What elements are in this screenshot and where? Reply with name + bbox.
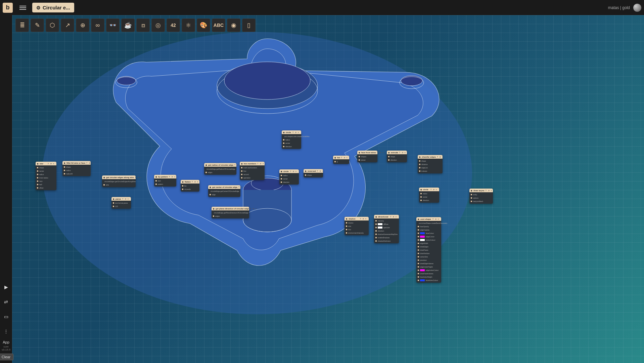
node-port-row[interactable]: shape	[388, 155, 406, 158]
node-port-row[interactable]: inner-radius	[37, 176, 55, 179]
node-bypattern[interactable]: ◈by pattern?⟳×itempattern	[154, 175, 176, 187]
node-port-row[interactable]: indexes	[419, 170, 441, 172]
node-port-row[interactable]: radiusAll	[64, 172, 89, 175]
node-header[interactable]: ◈star?⟳×	[36, 162, 56, 165]
menu-icon[interactable]	[19, 6, 26, 10]
node-circle2[interactable]: ◈circle?⟳×radiuscenterdirection	[279, 169, 299, 185]
swap-icon[interactable]: ⇄	[2, 298, 10, 306]
node-port-row[interactable]: circularEdge.getRadiusOfCircularEdge	[205, 168, 235, 170]
cup-icon[interactable]: ☕	[121, 18, 135, 32]
app-logo[interactable]: b	[3, 3, 13, 13]
node-port-row[interactable]: edgeIndexColour	[418, 269, 440, 272]
node-port-row[interactable]: nrLevels	[182, 188, 198, 191]
node-directional[interactable]: ◈directional?⟳×intensitydiffusespeculard…	[374, 215, 399, 243]
node-port-row[interactable]: center	[281, 177, 297, 180]
node-parse[interactable]: ◈parse?⟳×text.format.parse123	[111, 197, 131, 209]
node-port-row[interactable]: shape	[37, 166, 55, 169]
node-port-row[interactable]: shape	[64, 166, 89, 168]
node-port-row[interactable]: enableShadows	[375, 236, 398, 239]
node-port-row[interactable]: item	[155, 179, 175, 182]
project-title-button[interactable]: Circular e...	[32, 3, 74, 12]
node-header[interactable]: ◈chamfer edges?⟳×	[418, 155, 443, 159]
node-port-row[interactable]: list	[182, 185, 198, 187]
node-port-row[interactable]: direction	[283, 145, 300, 148]
node-port-row[interactable]: skybox	[346, 221, 367, 224]
node-port-row[interactable]: blur	[346, 228, 367, 231]
node-port-row[interactable]: direction	[388, 159, 406, 161]
dice-icon[interactable]: ⧈	[136, 18, 150, 32]
node-port-row[interactable]: edge	[210, 193, 239, 196]
node-port-row[interactable]: center	[420, 196, 438, 198]
node-port-row[interactable]: edgeIndexHeight	[418, 266, 440, 268]
node-port-row[interactable]: shapes	[359, 155, 376, 158]
node-port-row[interactable]: center	[37, 170, 55, 172]
user-label[interactable]: matas | gold	[608, 5, 630, 10]
node-header[interactable]: ◈get center of circular edge?⟳×	[208, 185, 240, 189]
node-port-row[interactable]: faceOpacity	[418, 225, 440, 228]
node-header[interactable]: ◈get plane direction of circular edge?⟳×	[212, 207, 249, 210]
node-port-row[interactable]: specular	[375, 226, 398, 229]
node-port-row[interactable]: shape	[419, 160, 441, 162]
glasses-icon[interactable]: 👓	[106, 18, 120, 32]
node-header[interactable]: ◈list?⟳×	[333, 156, 349, 159]
node-port-row[interactable]: circularEdge.getCenterOfCircularEdge	[210, 190, 239, 193]
node-port-row[interactable]: planar	[359, 159, 376, 161]
node-header[interactable]: ◈draw async?⟳×	[469, 189, 493, 192]
more-icon[interactable]: ⋮	[2, 327, 10, 335]
node-port-row[interactable]: vertexSize	[418, 255, 440, 258]
list-icon[interactable]: ≣	[15, 18, 29, 32]
node-header[interactable]: ◈reversed?⟳×	[304, 169, 323, 173]
node-header[interactable]: ◈extrude?⟳×	[387, 151, 407, 154]
node-port-row[interactable]: drawVertices	[418, 252, 440, 255]
node-port-row[interactable]: faceIndexHeight	[418, 276, 440, 278]
node-getcirc[interactable]: ◈get circular edges along wire?⟳×circula…	[102, 175, 136, 187]
infinity-icon[interactable]: ∞	[91, 18, 104, 32]
node-getplane[interactable]: ◈get plane direction of circular edge?⟳×…	[212, 207, 249, 218]
node-port-row[interactable]: edgeOpacity	[418, 229, 440, 231]
node-fillet[interactable]: ◈fillet 2d wire or face?⟳×shaperadiusrad…	[62, 161, 91, 176]
node-header[interactable]: ◈get circular edges along wire?⟳×	[102, 175, 136, 179]
node-header[interactable]: ◈flatten?⟳×	[181, 180, 199, 184]
node-port-row[interactable]: radius	[37, 173, 55, 176]
node-port-row[interactable]: shadowDarkness	[375, 240, 398, 242]
node-getcenter[interactable]: ◈get center of circular edge?⟳×circularE…	[208, 185, 240, 197]
node-extrude[interactable]: ◈extrude?⟳×shapedirection	[387, 151, 407, 162]
play-icon[interactable]: ▶	[2, 283, 10, 291]
node-port-row[interactable]: edgeList	[419, 166, 441, 169]
node-port-row[interactable]: vertexColour	[418, 239, 440, 241]
node-facewires[interactable]: ◈face from wires?⟳×shapesplanar	[357, 151, 377, 162]
node-skybox[interactable]: ◈skybox?⟳×skyboxsizeblurenvironmentInten…	[344, 217, 369, 235]
node-port-row[interactable]: pattern	[155, 183, 175, 186]
node-port-row[interactable]: math.twoNumbers	[241, 166, 263, 169]
node-header[interactable]: ◈directional?⟳×	[374, 215, 399, 218]
node-reversed[interactable]: ◈reversed?⟳×shape	[304, 169, 323, 177]
wand-icon[interactable]: ✎	[31, 18, 44, 32]
node-port-row[interactable]: circularEdge.getPlaneDirectionOfCircular…	[213, 211, 248, 214]
node-port-row[interactable]: shadowGeneratorMapSize	[375, 233, 398, 236]
node-port-row[interactable]: radius	[64, 169, 89, 172]
node-port-row[interactable]: drawFaceIndexes	[418, 272, 440, 275]
node-port-row[interactable]: direction	[281, 181, 297, 184]
node-port-row[interactable]: radius	[420, 192, 438, 195]
card-icon[interactable]: ▯	[242, 18, 256, 32]
node-header[interactable]: ◈get radius of circular edge?⟳×	[204, 163, 236, 167]
node-chamfer[interactable]: ◈chamfer edges?⟳×shapedistanceedgeListin…	[418, 155, 443, 173]
hex-icon[interactable]: ⬡	[46, 18, 59, 32]
node-port-row[interactable]: radius	[281, 174, 297, 177]
spiral-icon[interactable]: ◉	[227, 18, 240, 32]
node-port-row[interactable]: occt.shapes.wire.createCircleWire	[283, 135, 300, 138]
node-header[interactable]: ◈circle?⟳×	[419, 188, 439, 191]
clear-button[interactable]: Clear	[0, 354, 13, 360]
folder-icon[interactable]: ▭	[2, 313, 10, 321]
arrow-icon[interactable]: ↗	[61, 18, 74, 32]
number-icon[interactable]: 42	[167, 18, 180, 32]
node-port-row[interactable]: edges	[213, 215, 248, 217]
node-header[interactable]: ◈circle?⟳×	[282, 130, 301, 134]
node-header[interactable]: ◈by pattern?⟳×	[154, 175, 176, 178]
node-circle3[interactable]: ◈circle?⟳×radiuscenterdirection	[419, 188, 439, 203]
node-port-row[interactable]: center	[283, 142, 300, 145]
node-port-row[interactable]: offset	[37, 187, 55, 189]
node-port-row[interactable]: precision	[418, 259, 440, 261]
node-header[interactable]: ◈face from wires?⟳×	[357, 151, 377, 154]
node-twonum[interactable]: ◈two numbers?⟳×math.twoNumbersfirstsecon…	[240, 162, 265, 180]
